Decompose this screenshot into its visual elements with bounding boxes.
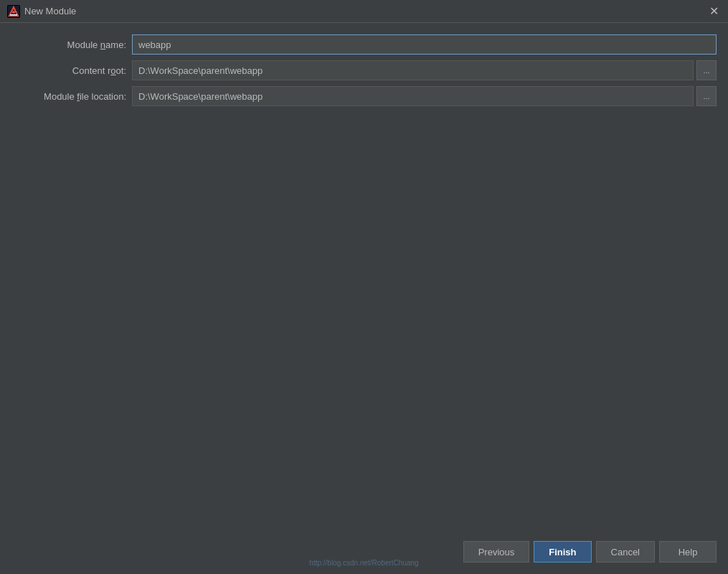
window-title: New Module [24, 6, 76, 17]
module-file-location-input[interactable] [132, 86, 694, 106]
module-name-input[interactable] [132, 34, 717, 55]
module-file-location-row: Module file location: ... [11, 86, 717, 106]
finish-button[interactable]: Finish [534, 541, 591, 563]
button-bar: Previous Finish Cancel Help [0, 534, 728, 574]
content-root-input[interactable] [132, 60, 694, 80]
form-area: Module name: Content root: ... Module fi… [11, 34, 717, 106]
help-button[interactable]: Help [659, 541, 717, 563]
close-button[interactable]: ✕ [706, 4, 721, 19]
title-bar: New Module ✕ [0, 0, 728, 23]
svg-point-3 [12, 11, 15, 14]
content-root-input-wrapper: ... [132, 60, 717, 80]
content-root-browse-button[interactable]: ... [696, 60, 717, 80]
module-file-location-input-wrapper: ... [132, 86, 717, 106]
module-name-row: Module name: [11, 34, 717, 55]
intellij-icon [7, 5, 20, 18]
previous-button[interactable]: Previous [463, 541, 530, 563]
content-root-row: Content root: ... [11, 60, 717, 80]
dialog-content: Module name: Content root: ... Module fi… [0, 23, 728, 534]
cancel-button[interactable]: Cancel [596, 541, 655, 563]
module-name-label: Module name: [11, 39, 126, 50]
svg-rect-4 [10, 14, 17, 16]
title-bar-left: New Module [7, 5, 76, 18]
module-file-location-label: Module file location: [11, 91, 126, 102]
module-name-input-wrapper [132, 34, 717, 55]
module-file-location-browse-button[interactable]: ... [696, 86, 717, 106]
content-root-label: Content root: [11, 65, 126, 76]
